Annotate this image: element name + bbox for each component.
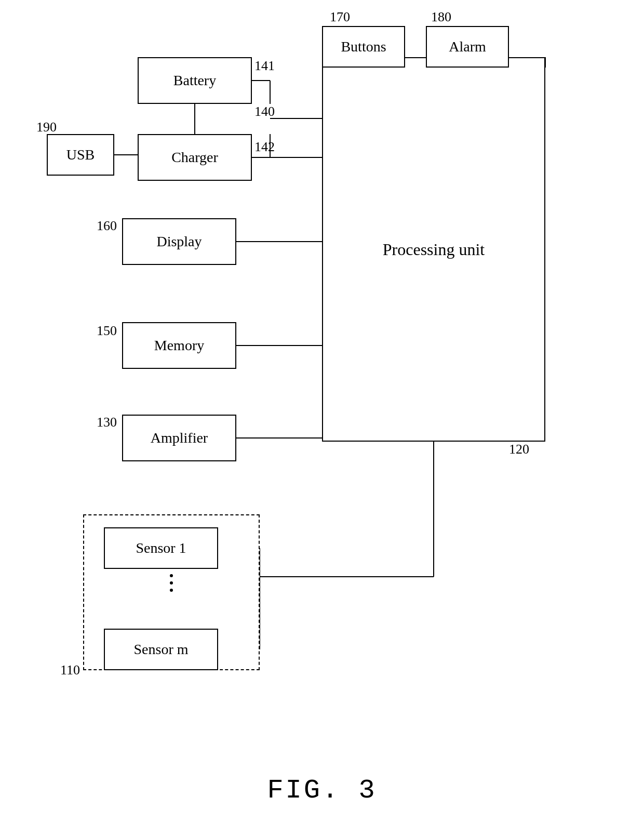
ref-160: 160 xyxy=(97,218,117,234)
alarm-label: Alarm xyxy=(449,38,486,55)
amplifier-label: Amplifier xyxy=(151,430,208,446)
ref-130: 130 xyxy=(97,415,117,430)
sensor1-label: Sensor 1 xyxy=(136,540,186,556)
buttons-box: Buttons xyxy=(322,26,405,68)
charger-box: Charger xyxy=(138,134,252,181)
usb-box: USB xyxy=(47,134,114,176)
memory-label: Memory xyxy=(154,337,204,354)
memory-box: Memory xyxy=(122,322,236,369)
display-box: Display xyxy=(122,218,236,265)
sensor1-box: Sensor 1 xyxy=(104,527,218,569)
ref-190: 190 xyxy=(36,119,57,135)
display-label: Display xyxy=(156,233,202,250)
ref-180-arrow: 180 xyxy=(431,9,451,25)
battery-label: Battery xyxy=(173,72,216,89)
buttons-label: Buttons xyxy=(341,38,386,55)
usb-label: USB xyxy=(66,147,95,163)
ref-110: 110 xyxy=(60,662,80,678)
ellipsis-dots xyxy=(170,574,173,592)
processing-unit-label: Processing unit xyxy=(383,240,485,259)
figure-caption: FIG. 3 xyxy=(0,775,644,806)
processing-unit-box: Processing unit xyxy=(322,57,545,442)
ref-141: 141 xyxy=(254,58,275,74)
charger-label: Charger xyxy=(171,149,218,166)
sensorm-box: Sensor m xyxy=(104,629,218,670)
alarm-box: Alarm xyxy=(426,26,509,68)
ref-142: 142 xyxy=(254,139,275,155)
sensorm-label: Sensor m xyxy=(134,641,189,658)
ref-120: 120 xyxy=(509,442,529,457)
ref-150: 150 xyxy=(97,323,117,339)
amplifier-box: Amplifier xyxy=(122,415,236,461)
ref-140: 140 xyxy=(254,104,275,119)
battery-box: Battery xyxy=(138,57,252,104)
ref-170-arrow: 170 xyxy=(330,9,350,25)
